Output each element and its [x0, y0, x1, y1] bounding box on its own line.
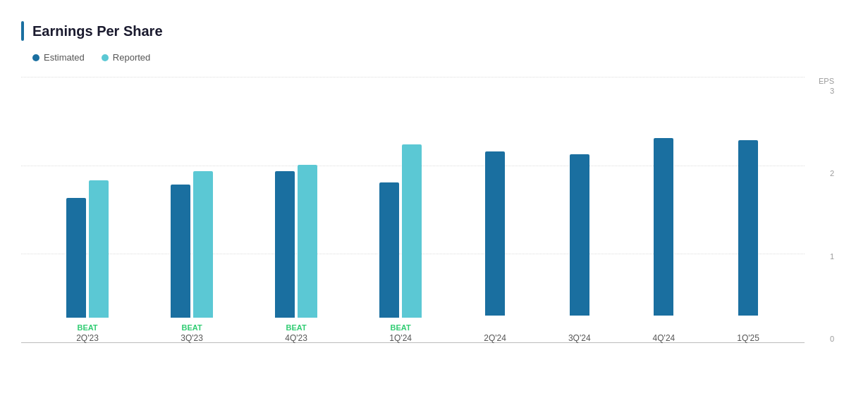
quarter-label-3: 1Q'24: [389, 333, 412, 343]
title-section: Earnings Per Share: [21, 21, 840, 41]
bar-reported-1: [193, 171, 213, 318]
beat-label-2: BEAT: [285, 323, 307, 332]
quarter-label-5: 3Q'24: [568, 333, 591, 343]
chart-legend: Estimated Reported: [32, 52, 840, 63]
quarter-label-7: 1Q'25: [737, 333, 759, 343]
bar-group-1q25: 1Q'25: [737, 140, 759, 343]
y-label-3: 3: [830, 87, 834, 95]
chart-title: Earnings Per Share: [32, 23, 163, 39]
bar-estimated-4: [485, 151, 505, 316]
bar-estimated-5: [570, 154, 589, 316]
legend-estimated: Estimated: [32, 52, 85, 63]
quarter-label-6: 4Q'24: [653, 333, 676, 343]
bars-7: [738, 140, 758, 316]
bar-group-3q23: BEAT3Q'23: [171, 171, 213, 343]
beat-label-0: BEAT: [76, 323, 99, 332]
bar-estimated-0: [66, 198, 86, 318]
bar-reported-0: [89, 180, 109, 318]
bar-estimated-1: [171, 185, 190, 318]
quarter-label-0: 2Q'23: [76, 333, 99, 343]
legend-dot-estimated: [32, 54, 39, 61]
bar-reported-3: [402, 144, 422, 318]
title-bar-accent: [21, 21, 24, 41]
y-label-2: 2: [819, 169, 834, 178]
bar-estimated-3: [379, 182, 399, 318]
bar-estimated-2: [275, 171, 295, 318]
bar-group-4q23: BEAT4Q'23: [275, 165, 317, 343]
quarter-label-4: 2Q'24: [484, 333, 506, 343]
chart-area: BEAT2Q'23BEAT3Q'23BEAT4Q'23BEAT1Q'242Q'2…: [21, 77, 840, 373]
bar-group-4q24: 4Q'24: [653, 138, 676, 343]
bars-1: [171, 171, 213, 318]
legend-label-reported: Reported: [113, 52, 150, 63]
bars-6: [654, 138, 673, 316]
legend-reported: Reported: [102, 52, 150, 63]
legend-dot-reported: [102, 54, 109, 61]
bar-group-1q24: BEAT1Q'24: [379, 144, 422, 343]
y-axis-title: EPS: [819, 77, 834, 85]
bars-3: [379, 144, 422, 318]
bar-estimated-7: [738, 140, 758, 316]
bars-5: [570, 154, 589, 316]
quarter-label-2: 4Q'23: [285, 333, 307, 343]
bar-group-3q24: 3Q'24: [568, 154, 591, 343]
bars-section: BEAT2Q'23BEAT3Q'23BEAT4Q'23BEAT1Q'242Q'2…: [21, 77, 840, 373]
beat-label-3: BEAT: [389, 323, 412, 332]
bar-group-2q23: BEAT2Q'23: [66, 180, 109, 343]
bar-group-2q24: 2Q'24: [484, 151, 506, 343]
quarter-label-1: 3Q'23: [181, 333, 203, 343]
bar-reported-2: [298, 165, 317, 318]
bar-estimated-6: [654, 138, 673, 316]
bars-0: [66, 180, 109, 318]
chart-container: Earnings Per Share Estimated Reported BE…: [0, 0, 868, 417]
y-label-1: 1: [819, 252, 834, 261]
legend-label-estimated: Estimated: [44, 52, 85, 63]
bars-4: [485, 151, 505, 316]
y-label-0: 0: [819, 335, 834, 343]
beat-label-1: BEAT: [181, 323, 203, 332]
bars-2: [275, 165, 317, 318]
bars-wrapper: BEAT2Q'23BEAT3Q'23BEAT4Q'23BEAT1Q'242Q'2…: [21, 77, 805, 343]
